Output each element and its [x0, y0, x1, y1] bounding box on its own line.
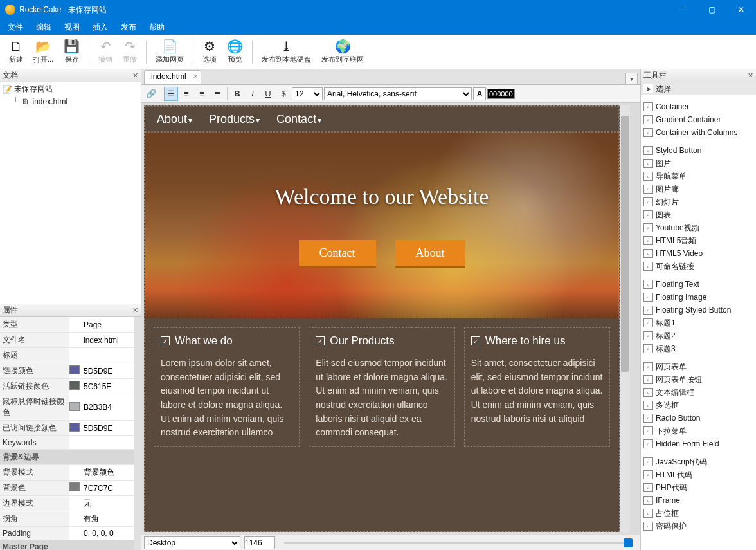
toolbar-发布到本地硬盘[interactable]: ⤓发布到本地硬盘	[256, 37, 316, 68]
props-scrollbar[interactable]	[134, 317, 141, 550]
close-button[interactable]: ✕	[726, 0, 756, 19]
menu-file[interactable]: 文件	[1, 20, 30, 35]
minimize-button[interactable]: ─	[667, 0, 697, 19]
font-family-select[interactable]: Arial, Helvetica, sans-serif	[324, 87, 472, 100]
tool-多选框[interactable]: ▫多选框	[641, 399, 756, 412]
prop-row[interactable]: 活跃链接颜色5C615E	[0, 379, 134, 394]
align-left-button[interactable]: ☰	[164, 87, 178, 101]
prop-row[interactable]: 链接颜色5D5D9E	[0, 363, 134, 379]
tool-radio-button[interactable]: ▫Radio Button	[641, 412, 756, 425]
prop-row[interactable]: 背景模式背景颜色	[0, 465, 134, 481]
tool-floating-styled-button[interactable]: ▫Floating Styled Button	[641, 304, 756, 316]
prop-row[interactable]: 类型Page	[0, 317, 134, 333]
slider-knob[interactable]	[624, 538, 633, 547]
maximize-button[interactable]: ▢	[697, 0, 726, 19]
tool-密码保护[interactable]: ▫密码保护	[641, 520, 756, 533]
card-1[interactable]: ✓What we do Lorem ipsum dolor sit amet, …	[154, 327, 300, 447]
tool-floating-text[interactable]: ▫Floating Text	[641, 278, 756, 291]
nav-about[interactable]: About	[157, 113, 192, 126]
zoom-slider[interactable]	[284, 542, 633, 544]
align-center-button[interactable]: ≡	[179, 87, 194, 101]
toolbar-撤销[interactable]: ↶撤销	[93, 37, 118, 68]
tool-幻灯片[interactable]: ▫幻灯片	[641, 196, 756, 208]
hero-title[interactable]: Welcome to our Website	[275, 185, 489, 209]
canvas-scrollbar[interactable]	[620, 105, 630, 532]
prop-row[interactable]: 已访问链接颜色5D5D9E	[0, 421, 134, 436]
tool-占位框[interactable]: ▫占位框	[641, 507, 756, 520]
hero-about-button[interactable]: About	[395, 240, 465, 266]
align-right-button[interactable]: ≡	[195, 87, 209, 101]
font-size-select[interactable]: 12	[292, 87, 323, 100]
tool-container[interactable]: ▫Container	[641, 100, 756, 113]
prop-row[interactable]: 边界模式无	[0, 496, 134, 511]
tool-html5音频[interactable]: ▫HTML5音频	[641, 234, 756, 247]
text-color-button[interactable]: A	[473, 87, 486, 100]
toolbar-预览[interactable]: 🌐预览	[222, 37, 248, 68]
tool-floating-image[interactable]: ▫Floating Image	[641, 291, 756, 304]
width-input[interactable]	[244, 536, 275, 549]
tool-styled-button[interactable]: ▫Styled Button	[641, 144, 756, 157]
toolbar-新建[interactable]: 🗋新建	[4, 37, 28, 68]
tool-网页表单按钮[interactable]: ▫网页表单按钮	[641, 373, 756, 386]
strike-button[interactable]: $	[276, 87, 291, 101]
tool-网页表单[interactable]: ▫网页表单	[641, 360, 756, 373]
tab-close-icon[interactable]: ✕	[193, 73, 198, 80]
tools-list[interactable]: ➤ 选择 ▫Container▫Gradient Container▫Conta…	[641, 82, 756, 550]
tool-html5-video[interactable]: ▫HTML5 Video	[641, 247, 756, 260]
tool-图片廊[interactable]: ▫图片廊	[641, 183, 756, 196]
prop-row[interactable]: 文件名index.html	[0, 333, 134, 348]
prop-row[interactable]: 标题	[0, 348, 134, 363]
tab-index[interactable]: index.html ✕	[144, 70, 201, 84]
underline-button[interactable]: U	[261, 87, 275, 101]
tool-gradient-container[interactable]: ▫Gradient Container	[641, 113, 756, 126]
toolbar-添加网页[interactable]: 📄添加网页	[150, 37, 189, 68]
menu-publish[interactable]: 发布	[114, 20, 143, 35]
tool-select[interactable]: ➤ 选择	[641, 82, 756, 95]
tool-图表[interactable]: ▫图表	[641, 208, 756, 221]
doc-panel-close-icon[interactable]: ✕	[132, 71, 138, 80]
tool-可命名链接[interactable]: ▫可命名链接	[641, 260, 756, 273]
prop-row[interactable]: 鼠标悬停时链接颜色B2B3B4	[0, 394, 134, 421]
tool-youtube视频[interactable]: ▫Youtube视频	[641, 221, 756, 234]
columns-section[interactable]: ✓What we do Lorem ipsum dolor sit amet, …	[145, 318, 619, 456]
tool-标题2[interactable]: ▫标题2	[641, 329, 756, 342]
prop-row[interactable]: 拐角有角	[0, 511, 134, 527]
prop-panel-close-icon[interactable]: ✕	[132, 306, 138, 315]
menu-view[interactable]: 视图	[58, 20, 86, 35]
align-justify-button[interactable]: ≣	[210, 87, 224, 101]
tree-root[interactable]: 📝 未保存网站	[0, 82, 141, 96]
tool-html代码[interactable]: ▫HTML代码	[641, 468, 756, 481]
color-value[interactable]: 000000	[487, 89, 515, 99]
tool-container-with-columns[interactable]: ▫Container with Columns	[641, 126, 756, 139]
card-3[interactable]: ✓Where to hire us Sit amet, consectetuer…	[464, 327, 610, 447]
card-2[interactable]: ✓Our Products Elit sed eiusmod tempor in…	[309, 327, 455, 447]
properties-table[interactable]: 类型Page文件名index.html标题链接颜色5D5D9E活跃链接颜色5C6…	[0, 317, 134, 550]
toolbar-保存[interactable]: 💾保存	[59, 37, 85, 68]
menu-help[interactable]: 帮助	[143, 20, 171, 35]
hero-section[interactable]: Welcome to our Website Contact About	[145, 132, 619, 318]
toolbar-打开...[interactable]: 📂打开...	[28, 37, 59, 68]
nav-contact[interactable]: Contact	[276, 113, 321, 126]
tool-下拉菜单[interactable]: ▫下拉菜单	[641, 425, 756, 437]
prop-row[interactable]: Keywords	[0, 436, 134, 450]
tool-文本编辑框[interactable]: ▫文本编辑框	[641, 386, 756, 399]
italic-button[interactable]: I	[246, 87, 260, 101]
tool-iframe[interactable]: ▫IFrame	[641, 494, 756, 507]
toolbar-发布到互联网[interactable]: 🌍发布到互联网	[316, 37, 369, 68]
color-swatch[interactable]	[69, 365, 80, 374]
bold-button[interactable]: B	[230, 87, 244, 101]
tool-标题3[interactable]: ▫标题3	[641, 342, 756, 355]
prop-row[interactable]: 背景色7C7C7C	[0, 481, 134, 496]
tabs-overflow-button[interactable]: ▾	[626, 73, 638, 84]
menu-edit[interactable]: 编辑	[30, 20, 58, 35]
page-canvas[interactable]: About Products Contact Welcome to our We…	[144, 105, 620, 532]
color-swatch[interactable]	[69, 423, 80, 432]
color-swatch[interactable]	[69, 482, 80, 491]
menu-insert[interactable]: 插入	[86, 20, 114, 35]
tool-javascript代码[interactable]: ▫JavaScript代码	[641, 455, 756, 468]
document-tree[interactable]: 📝 未保存网站 └ 🗎 index.html	[0, 82, 141, 304]
site-nav[interactable]: About Products Contact	[145, 106, 619, 132]
toolbar-重做[interactable]: ↷重做	[118, 37, 142, 68]
tool-php代码[interactable]: ▫PHP代码	[641, 481, 756, 494]
tool-图片[interactable]: ▫图片	[641, 157, 756, 170]
